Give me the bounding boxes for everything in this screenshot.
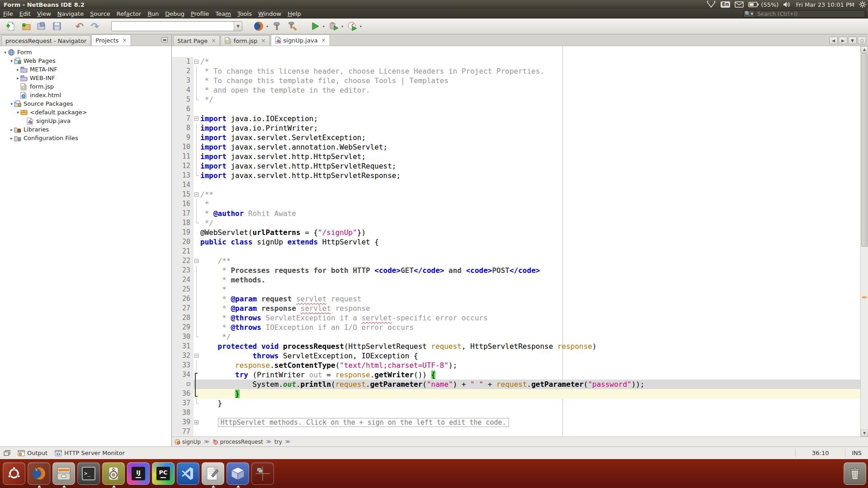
menu-file[interactable]: File <box>0 9 16 18</box>
tree-item-web-pages[interactable]: ▾Web Pages <box>0 56 171 65</box>
menu-team[interactable]: Team <box>212 9 234 18</box>
output-window-button[interactable]: Output <box>14 450 51 456</box>
code-line[interactable]: 28 * @throws ServletException if a servl… <box>172 313 860 323</box>
battery-icon[interactable] <box>748 2 759 7</box>
fold-column[interactable]: − <box>193 57 200 66</box>
code-line[interactable]: 15−/** <box>172 190 860 199</box>
tree-item-configuration-files[interactable]: ▸Configuration Files <box>0 134 171 142</box>
menu-run[interactable]: Run <box>144 9 162 18</box>
http-monitor-button[interactable]: HTTP Server Monitor <box>51 450 128 456</box>
breadcrumb-item-signup[interactable]: signUp <box>175 439 201 445</box>
tree-item-index-html[interactable]: index.html <box>0 91 171 99</box>
profile-dropdown-icon[interactable]: ▾ <box>360 24 362 28</box>
dock-item-workspace-switcher[interactable] <box>251 462 274 485</box>
save-all-icon[interactable] <box>51 20 63 33</box>
breadcrumb-item-processrequest[interactable]: processRequest <box>212 439 263 445</box>
new-project-icon[interactable] <box>20 20 33 33</box>
code-line[interactable]: 38 <box>172 408 860 418</box>
menu-view[interactable]: View <box>34 9 54 18</box>
debug-dropdown-icon[interactable]: ▾ <box>341 24 343 28</box>
code-line[interactable]: 37 } <box>172 399 860 408</box>
scroll-tabs-right-icon[interactable]: ▶ <box>839 37 847 44</box>
keyboard-layout-indicator[interactable]: En <box>721 1 730 8</box>
dock-item-virtualbox[interactable] <box>226 462 249 485</box>
code-line[interactable]: 3 * To change this template file, choose… <box>172 76 860 85</box>
code-editor[interactable]: 1−/*2 * To change this license header, c… <box>172 46 868 436</box>
scrollbar-thumb[interactable] <box>861 53 868 247</box>
clean-build-icon[interactable] <box>286 20 299 33</box>
code-line[interactable]: 34 try (PrintWriter out = response.getWr… <box>172 370 860 380</box>
menu-debug[interactable]: Debug <box>162 9 188 18</box>
insert-mode-indicator[interactable]: INS <box>845 449 868 457</box>
code-line[interactable]: 18 */ <box>172 218 860 228</box>
code-line[interactable]: 31 protected void processRequest(HttpSer… <box>172 342 860 351</box>
scroll-up-icon[interactable]: ▲ <box>861 46 868 53</box>
warning-stripe-mark[interactable] <box>862 296 867 298</box>
menu-source[interactable]: Source <box>87 9 113 18</box>
code-pane[interactable]: 1−/*2 * To change this license header, c… <box>172 46 860 436</box>
network-icon[interactable] <box>706 1 716 8</box>
close-tab-icon[interactable]: × <box>261 38 266 44</box>
tree-expand-icon[interactable]: ▸ <box>9 127 14 132</box>
dock-item-firefox[interactable] <box>28 462 50 485</box>
expand-fold-icon[interactable]: + <box>194 420 198 424</box>
menu-refactor[interactable]: Refactor <box>113 9 145 18</box>
browser-dropdown-icon[interactable]: ▾ <box>266 24 268 28</box>
new-file-icon[interactable] <box>5 20 17 33</box>
tab-list-dropdown-icon[interactable]: ▼ <box>848 37 857 44</box>
clock[interactable]: Fri Mar 23 10:01 PM <box>796 1 854 8</box>
code-line[interactable]: 1−/* <box>172 57 860 66</box>
panel-tab-projects[interactable]: Projects× <box>91 34 131 46</box>
close-tab-icon[interactable]: × <box>321 37 326 43</box>
dock-item-vscode[interactable] <box>177 462 199 485</box>
session-gear-icon[interactable] <box>859 1 866 8</box>
code-line[interactable]: 19@WebServlet(urlPatterns = {"/signUp"}) <box>172 228 860 237</box>
quick-search[interactable]: 🔍▾ Search (Ctrl+I) <box>743 10 865 18</box>
code-line[interactable]: 29 * @throws IOException if an I/O error… <box>172 323 860 332</box>
dock-item-gedit[interactable] <box>202 462 224 485</box>
menu-profile[interactable]: Profile <box>188 9 212 18</box>
redo-icon[interactable]: ↷ <box>89 20 101 33</box>
editor-tab-start-page[interactable]: Start Page× <box>173 35 220 46</box>
code-line[interactable]: 30 */ <box>172 332 860 342</box>
close-tab-icon[interactable]: × <box>123 37 127 43</box>
configuration-combobox[interactable]: ▼ <box>111 21 242 31</box>
breadcrumb-item-try[interactable]: try <box>274 439 282 445</box>
run-dropdown-icon[interactable]: ▾ <box>323 24 325 28</box>
menu-edit[interactable]: Edit <box>16 9 34 18</box>
collapse-fold-icon[interactable]: − <box>194 192 198 197</box>
tree-expand-icon[interactable]: ▸ <box>15 67 20 72</box>
fold-column[interactable]: − <box>193 190 200 199</box>
firefox-browser-icon[interactable] <box>252 20 265 33</box>
code-line[interactable]: 22− /** <box>172 256 860 266</box>
volume-icon[interactable] <box>783 1 791 8</box>
window-group-icon[interactable] <box>0 450 14 456</box>
code-line[interactable]: 36 } <box>172 389 860 399</box>
build-project-icon[interactable] <box>271 20 283 33</box>
tree-expand-icon[interactable]: ▾ <box>3 50 8 55</box>
code-line[interactable]: 26 * @param request servlet request <box>172 294 860 304</box>
collapse-fold-icon[interactable]: − <box>194 117 198 121</box>
code-line[interactable]: 7−import java.io.IOException; <box>172 114 860 123</box>
panel-tab-navigator[interactable]: processRequest - Navigator <box>1 35 90 46</box>
editor-tab-signup-java[interactable]: signUp.java× <box>271 34 330 46</box>
menu-window[interactable]: Window <box>255 9 284 18</box>
fold-column[interactable]: − <box>193 256 200 266</box>
tree-item-form[interactable]: ▾Form <box>0 48 171 56</box>
tree-item-web-inf[interactable]: ▸WEB-INF <box>0 74 171 82</box>
dock-item-ubuntu[interactable] <box>3 462 25 485</box>
fold-column[interactable]: − <box>193 114 200 123</box>
dock-item-trash[interactable] <box>844 462 866 485</box>
tree-item-form-jsp[interactable]: </>form.jsp <box>0 82 171 91</box>
code-line[interactable]: 10import javax.servlet.annotation.WebSer… <box>172 142 860 152</box>
code-line[interactable]: 25 * <box>172 285 860 294</box>
vertical-scrollbar[interactable]: ▲ ▼ <box>860 46 868 436</box>
code-line[interactable]: 23 * Processes requests for both HTTP <c… <box>172 266 860 275</box>
fold-column[interactable]: + <box>193 418 200 427</box>
collapse-fold-icon[interactable]: − <box>194 354 198 358</box>
open-project-icon[interactable] <box>35 20 48 33</box>
mail-icon[interactable] <box>735 1 744 8</box>
collapse-fold-icon[interactable]: − <box>194 60 198 64</box>
code-line[interactable]: 14 <box>172 180 860 190</box>
tree-item-source-packages[interactable]: ▾Source Packages <box>0 99 171 108</box>
